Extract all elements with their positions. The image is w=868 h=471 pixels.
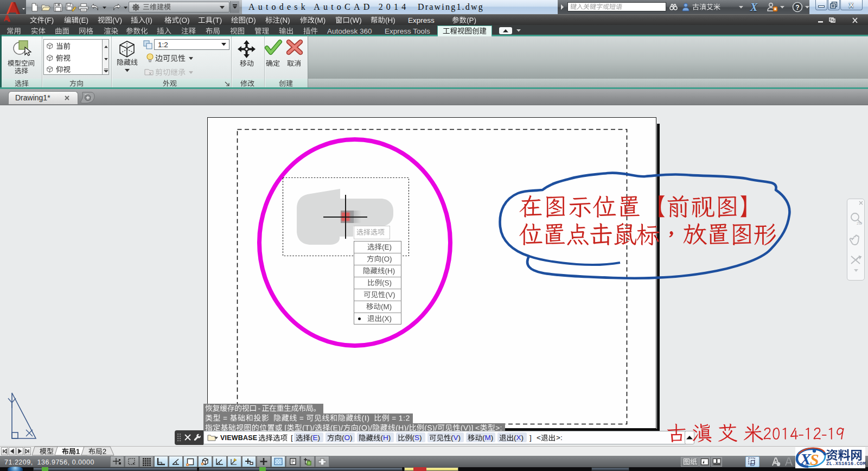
svg-text:2D: 2D [857,221,862,226]
svg-text:?: ? [795,4,799,11]
svg-text:S: S [810,450,819,468]
